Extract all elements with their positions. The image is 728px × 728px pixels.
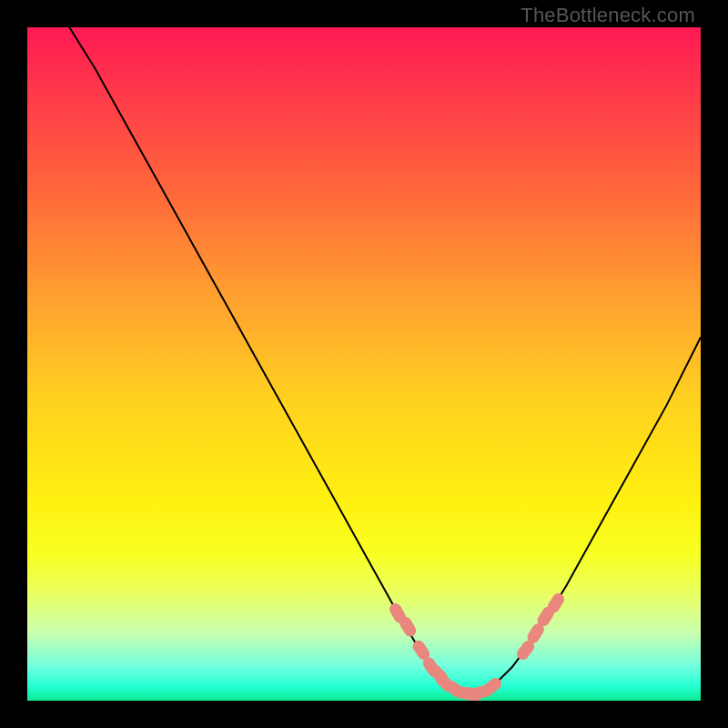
bottleneck-curve xyxy=(27,0,701,694)
chart-container: TheBottleneck.com xyxy=(0,0,728,728)
chart-overlay-svg xyxy=(0,0,728,728)
watermark-label: TheBottleneck.com xyxy=(521,4,695,27)
curve-layer xyxy=(27,0,701,694)
marker-layer xyxy=(388,592,565,702)
